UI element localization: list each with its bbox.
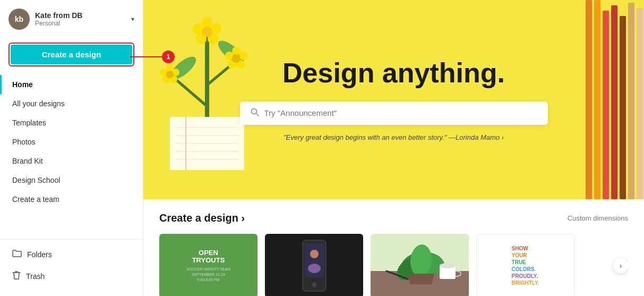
sidebar-item-all-designs[interactable]: All your designs: [0, 94, 143, 113]
home-label: Home: [12, 80, 33, 89]
folder-icon: [12, 249, 22, 260]
chevron-down-icon: ▾: [131, 15, 134, 23]
user-plan: Personal: [35, 20, 131, 27]
sidebar-item-create-team[interactable]: Create a team: [0, 190, 143, 209]
svg-point-6: [211, 23, 221, 34]
all-designs-label: All your designs: [12, 99, 65, 108]
create-button-wrapper: Create a design 1: [0, 38, 143, 75]
user-name: Kate from DB: [35, 11, 131, 20]
card-plant-inner: [371, 234, 469, 296]
svg-rect-33: [611, 5, 617, 199]
brand-kit-label: Brand Kit: [12, 157, 43, 165]
card-colors-text: SHOW YOUR TRUE COLORS. PROUDLY. BRIGHTLY…: [508, 241, 544, 291]
hero-title: Design anything.: [240, 58, 548, 88]
folders-label: Folders: [27, 250, 52, 259]
svg-rect-34: [620, 16, 626, 199]
design-school-label: Design School: [12, 176, 60, 184]
user-profile[interactable]: kb Kate from DB Personal ▾: [0, 9, 143, 38]
svg-rect-31: [594, 0, 600, 199]
card-phone-inner: [265, 234, 363, 296]
design-card-colors[interactable]: SHOW YOUR TRUE COLORS. PROUDLY. BRIGHTLY…: [476, 234, 574, 296]
main-content: Design anything. "Every great design beg…: [143, 0, 644, 296]
search-input[interactable]: [264, 108, 537, 117]
hero-pencils-decoration: [580, 0, 644, 199]
svg-point-5: [202, 17, 212, 28]
sidebar: kb Kate from DB Personal ▾ Create a desi…: [0, 0, 143, 296]
svg-rect-30: [586, 0, 592, 199]
search-icon: [251, 108, 259, 119]
svg-point-16: [166, 71, 174, 78]
svg-point-41: [312, 283, 316, 287]
nav-list: Home All your designs Templates Photos B…: [0, 75, 143, 239]
card-flyer-inner: OPENTRYOUTS SOCCER VARSITY TEAMSEPTEMBER…: [159, 234, 257, 296]
card-flyer-subtitle: SOCCER VARSITY TEAMSEPTEMBER 21-245:00-8…: [186, 267, 230, 282]
svg-rect-35: [628, 3, 634, 199]
svg-rect-36: [637, 8, 643, 199]
sidebar-item-folders[interactable]: Folders: [0, 244, 143, 265]
section-header: Create a design › Custom dimensions: [159, 212, 628, 224]
design-cards-row: OPENTRYOUTS SOCCER VARSITY TEAMSEPTEMBER…: [159, 234, 628, 296]
section-title[interactable]: Create a design ›: [159, 212, 245, 224]
svg-point-52: [440, 263, 456, 268]
photos-label: Photos: [12, 138, 36, 146]
sidebar-item-photos[interactable]: Photos: [0, 132, 143, 151]
sidebar-item-brand-kit[interactable]: Brand Kit: [0, 151, 143, 171]
below-hero-section: Create a design › Custom dimensions OPEN…: [143, 199, 644, 296]
templates-label: Templates: [12, 119, 46, 127]
custom-dimensions-button[interactable]: Custom dimensions: [568, 214, 628, 222]
trash-icon: [12, 270, 21, 282]
sidebar-item-templates[interactable]: Templates: [0, 113, 143, 132]
design-card-phone[interactable]: [265, 234, 363, 296]
annotation-arrow: 1: [130, 50, 175, 63]
hero-content: Design anything. "Every great design beg…: [229, 58, 559, 141]
svg-point-43: [310, 250, 319, 258]
design-card-plant[interactable]: [371, 234, 469, 296]
annotation-number: 1: [162, 50, 175, 63]
svg-point-44: [308, 264, 321, 273]
card-colors-inner: SHOW YOUR TRUE COLORS. PROUDLY. BRIGHTLY…: [477, 234, 574, 296]
sidebar-item-trash[interactable]: Trash: [0, 265, 143, 287]
design-card-flyer[interactable]: OPENTRYOUTS SOCCER VARSITY TEAMSEPTEMBER…: [159, 234, 257, 296]
svg-point-9: [193, 23, 203, 34]
create-button-border: Create a design: [8, 43, 134, 66]
sidebar-bottom: Folders Trash: [0, 239, 143, 296]
hero-banner: Design anything. "Every great design beg…: [143, 0, 644, 199]
create-design-button[interactable]: Create a design: [11, 45, 132, 64]
cards-next-button[interactable]: ›: [613, 258, 628, 273]
svg-rect-32: [603, 11, 609, 199]
svg-point-10: [202, 27, 212, 37]
sidebar-item-design-school[interactable]: Design School: [0, 171, 143, 190]
hero-search-box[interactable]: [240, 102, 548, 125]
annotation-line: [130, 56, 162, 57]
user-info: Kate from DB Personal: [35, 11, 131, 27]
svg-point-17: [232, 47, 241, 55]
sidebar-item-home[interactable]: Home: [0, 75, 143, 94]
card-flyer-title: OPENTRYOUTS: [186, 249, 230, 265]
hero-quote: "Every great design begins with an even …: [240, 133, 548, 141]
avatar: kb: [8, 9, 30, 30]
create-team-label: Create a team: [12, 195, 59, 204]
trash-label: Trash: [26, 272, 45, 281]
svg-line-38: [256, 113, 259, 116]
